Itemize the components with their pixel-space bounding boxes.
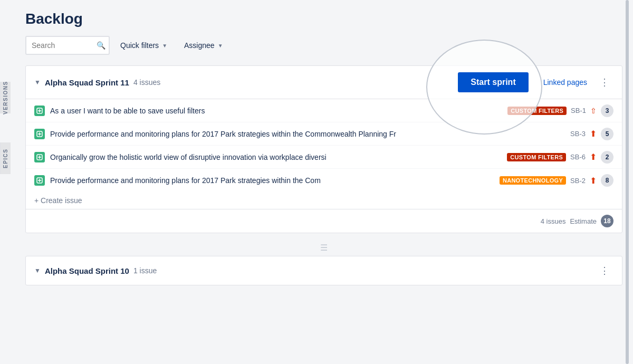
versions-side-label: VERSIONS	[0, 82, 11, 113]
page-title: Backlog	[25, 0, 622, 36]
story-points: 8	[601, 174, 613, 187]
more-icon: ⋮	[600, 77, 609, 88]
linked-pages-link[interactable]: Linked pages	[543, 78, 587, 87]
footer-estimate-label: Estimate	[570, 217, 597, 225]
issue-label: CUSTOM FILTERS	[507, 107, 567, 115]
sprint11-actions: Start sprint Linked pages	[458, 72, 596, 92]
sprint11-name: Alpha Squad Sprint 11	[45, 78, 129, 87]
table-row: Provide performance and monitoring plans…	[26, 122, 622, 146]
more-icon: ⋮	[600, 265, 609, 276]
assignee-chevron-icon: ▼	[218, 43, 223, 49]
sprint11-issues-list: As a user I want to be able to save usef…	[26, 99, 622, 192]
table-row: Provide performance and monitoring plans…	[26, 169, 622, 192]
table-row: Organically grow the holistic world view…	[26, 146, 622, 169]
sprint11-header: ▼ Alpha Squad Sprint 11 4 issues Start s…	[26, 66, 622, 99]
main-content: Backlog 🔍 Quick filters ▼ Assignee ▼ ▼ A…	[15, 0, 633, 285]
quick-filters-label: Quick filters	[120, 41, 159, 50]
issue-key: SB-6	[570, 153, 586, 161]
issue-type-icon	[34, 152, 45, 162]
issue-summary[interactable]: As a user I want to be able to save usef…	[50, 107, 501, 115]
issue-summary[interactable]: Organically grow the holistic world view…	[50, 153, 501, 161]
priority-icon: ⇧	[590, 107, 597, 115]
sprint11-footer: 4 issues Estimate 18	[26, 209, 622, 233]
epics-side-label: EPICS	[0, 142, 11, 174]
quick-filters-button[interactable]: Quick filters ▼	[114, 36, 174, 55]
page-container: VERSIONS EPICS Backlog 🔍 Quick filters ▼…	[0, 0, 633, 364]
search-icon: 🔍	[97, 41, 106, 50]
drag-handle[interactable]: ☰	[25, 240, 622, 256]
priority-icon: ⬆	[590, 176, 597, 186]
issue-type-icon	[34, 106, 45, 116]
priority-icon: ⬆	[590, 129, 597, 139]
sprint11-issues-count: 4 issues	[133, 78, 160, 87]
create-issue-button[interactable]: + Create issue	[26, 192, 622, 209]
story-points: 3	[601, 104, 613, 117]
sprint11-collapse-icon[interactable]: ▼	[34, 79, 41, 86]
issue-summary[interactable]: Provide performance and monitoring plans…	[50, 130, 564, 138]
issue-type-icon	[34, 175, 45, 186]
assignee-label: Assignee	[184, 41, 215, 50]
issue-label: CUSTOM FILTERS	[507, 153, 566, 161]
sprint10-more-button[interactable]: ⋮	[596, 263, 613, 279]
create-issue-label: + Create issue	[34, 196, 82, 205]
start-sprint-button[interactable]: Start sprint	[458, 72, 528, 92]
scrollbar[interactable]	[626, 0, 629, 364]
toolbar: 🔍 Quick filters ▼ Assignee ▼	[25, 36, 622, 65]
sprint10-section: ▼ Alpha Squad Sprint 10 1 issue ⋮	[25, 256, 622, 285]
search-wrapper: 🔍	[25, 36, 110, 55]
issue-key: SB-1	[571, 107, 586, 114]
issue-type-icon	[34, 129, 45, 139]
issue-key: SB-2	[570, 177, 586, 185]
sprint11-more-button[interactable]: ⋮	[596, 74, 613, 90]
issue-summary[interactable]: Provide performance and monitoring plans…	[50, 176, 493, 185]
sprint10-issues-count: 1 issue	[133, 266, 157, 275]
assignee-button[interactable]: Assignee ▼	[178, 36, 229, 55]
estimate-badge: 18	[601, 215, 613, 227]
sprint10-collapse-icon[interactable]: ▼	[34, 267, 41, 274]
sprint10-name: Alpha Squad Sprint 10	[45, 266, 129, 275]
issue-key: SB-3	[570, 130, 586, 138]
issue-label: NANOTECHNOLOGY	[500, 176, 566, 185]
table-row: As a user I want to be able to save usef…	[26, 99, 622, 122]
footer-issues-count: 4 issues	[541, 217, 566, 225]
sprint11-section: ▼ Alpha Squad Sprint 11 4 issues Start s…	[25, 65, 622, 233]
priority-icon: ⬆	[590, 152, 597, 162]
drag-icon: ☰	[320, 243, 328, 253]
quick-filters-chevron-icon: ▼	[162, 43, 167, 49]
story-points: 5	[601, 128, 613, 140]
story-points: 2	[601, 151, 613, 164]
